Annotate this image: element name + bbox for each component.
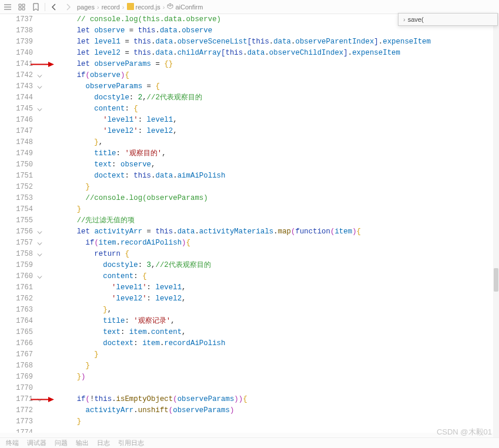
tab-terminal[interactable]: 终端 — [6, 439, 19, 447]
code-line[interactable]: }, — [51, 305, 499, 316]
code-line[interactable]: } — [51, 360, 499, 372]
code-line[interactable]: }, — [51, 137, 499, 148]
line-number: 1761 — [0, 282, 46, 293]
breadcrumb-item-method[interactable]: aiConfirm — [167, 3, 203, 11]
code-line[interactable]: content: { — [51, 271, 499, 282]
line-number: 1772 — [0, 405, 46, 416]
line-number: 1740 — [0, 48, 46, 59]
code-line[interactable]: let observeParams = {} — [51, 59, 499, 70]
code-line[interactable]: 'level1': level1, — [51, 282, 499, 293]
code-line[interactable]: 'level2': level2, — [51, 293, 499, 305]
code-editor: 1737173817391740174117421743174417451746… — [0, 14, 499, 448]
line-number: 1742 — [0, 70, 46, 81]
line-number: 1756 — [0, 226, 46, 238]
code-line[interactable]: docstyle: 2,//2代表观察目的 — [51, 92, 499, 103]
code-line[interactable]: doctext: this.data.aimAiPolish — [51, 170, 499, 182]
vertical-scrollbar[interactable] — [493, 14, 499, 437]
line-number: 1738 — [0, 25, 46, 36]
code-line[interactable]: //console.log(observeParams) — [51, 193, 499, 204]
hamburger-icon[interactable] — [2, 2, 13, 12]
nav-back-icon[interactable] — [49, 2, 59, 12]
line-number: 1743 — [0, 81, 46, 92]
line-number: 1744 — [0, 92, 46, 103]
line-number: 1739 — [0, 36, 46, 48]
breadcrumb-item-pages[interactable]: pages — [77, 4, 95, 11]
breadcrumb-item-record[interactable]: record — [102, 4, 120, 11]
tab-problems[interactable]: 问题 — [55, 439, 68, 447]
code-area[interactable]: // console.log(this.data.observe) let ob… — [46, 14, 499, 448]
code-line[interactable]: let activityArr = this.data.activityMate… — [51, 226, 499, 238]
line-number: 1754 — [0, 204, 46, 215]
line-number: 1745 — [0, 103, 46, 115]
code-line[interactable]: } — [51, 349, 499, 360]
code-line[interactable]: doctext: item.recordAiPolish — [51, 338, 499, 349]
chevron-right-icon: › — [403, 16, 406, 23]
scrollbar-thumb[interactable] — [494, 268, 498, 292]
code-line[interactable]: title: '观察记录', — [51, 316, 499, 327]
tab-reflog[interactable]: 引用日志 — [118, 439, 144, 447]
code-line[interactable]: } — [51, 416, 499, 427]
annotation-arrow — [31, 394, 54, 405]
code-line[interactable]: if(item.recordAiPolish){ — [51, 238, 499, 249]
svg-marker-2 — [48, 62, 54, 67]
line-number: 1762 — [0, 293, 46, 305]
tab-log[interactable]: 日志 — [97, 439, 110, 447]
code-line[interactable]: if(observe){ — [51, 70, 499, 81]
chevron-right-icon: › — [122, 4, 125, 11]
line-number: 1759 — [0, 260, 46, 271]
line-number: 1758 — [0, 249, 46, 260]
line-number: 1757 — [0, 238, 46, 249]
tab-output[interactable]: 输出 — [76, 439, 89, 447]
line-number: 1766 — [0, 338, 46, 349]
line-number: 1753 — [0, 193, 46, 204]
bookmark-icon[interactable] — [31, 2, 41, 12]
code-line[interactable]: } — [51, 182, 499, 193]
tab-debugger[interactable]: 调试器 — [27, 439, 46, 447]
suggest-item-label: save( — [408, 16, 424, 23]
line-number: 1737 — [0, 14, 46, 25]
line-number: 1765 — [0, 327, 46, 338]
line-number: 1747 — [0, 126, 46, 137]
line-number: 1752 — [0, 182, 46, 193]
horizontal-scrollbar[interactable] — [0, 433, 493, 437]
line-number: 1751 — [0, 170, 46, 182]
separator — [45, 3, 45, 11]
line-gutter: 1737173817391740174117421743174417451746… — [0, 14, 46, 448]
line-number: 1768 — [0, 360, 46, 372]
collapse-icon[interactable] — [16, 2, 27, 12]
code-line[interactable] — [51, 383, 499, 394]
line-number: 1769 — [0, 372, 46, 383]
code-line[interactable]: text: item.content, — [51, 327, 499, 338]
code-line[interactable]: docstyle: 3,//2代表观察目的 — [51, 260, 499, 271]
code-line[interactable]: title: '观察目的', — [51, 148, 499, 159]
line-number: 1764 — [0, 316, 46, 327]
code-line[interactable]: content: { — [51, 103, 499, 115]
code-line[interactable]: 'level2': level2, — [51, 126, 499, 137]
code-line[interactable]: } — [51, 204, 499, 215]
code-line[interactable]: return { — [51, 249, 499, 260]
code-line[interactable]: observeParams = { — [51, 81, 499, 92]
line-number: 1749 — [0, 148, 46, 159]
suggest-popup[interactable]: › save( — [398, 13, 498, 26]
line-number: 1750 — [0, 159, 46, 170]
svg-rect-0 — [127, 3, 134, 10]
code-line[interactable]: if(!this.isEmptyObject(observeParams)){ — [51, 394, 499, 405]
code-line[interactable]: text: observe, — [51, 159, 499, 170]
code-line[interactable]: let observe = this.data.observe — [51, 25, 499, 36]
breadcrumb-item-file[interactable]: record.js — [127, 3, 160, 11]
suggest-item[interactable]: › save( — [398, 14, 497, 25]
code-line[interactable]: 'level1': level1, — [51, 115, 499, 126]
bottom-panel-tabs: 终端 调试器 问题 输出 日志 引用日志 — [0, 437, 499, 448]
line-number: 1767 — [0, 349, 46, 360]
line-number: 1773 — [0, 416, 46, 427]
code-line[interactable]: }) — [51, 372, 499, 383]
line-number: 1763 — [0, 305, 46, 316]
nav-forward-icon[interactable] — [63, 2, 73, 12]
breadcrumb: pages › record › record.js › aiConfirm — [77, 3, 203, 11]
code-line[interactable]: let level1 = this.data.observeSceneList[… — [51, 36, 499, 48]
code-line[interactable]: activityArr.unshift(observeParams) — [51, 405, 499, 416]
code-line[interactable]: let level2 = this.data.childArray[this.d… — [51, 48, 499, 59]
code-line[interactable]: //先过滤无值的项 — [51, 215, 499, 226]
line-number: 1770 — [0, 383, 46, 394]
line-number: 1748 — [0, 137, 46, 148]
